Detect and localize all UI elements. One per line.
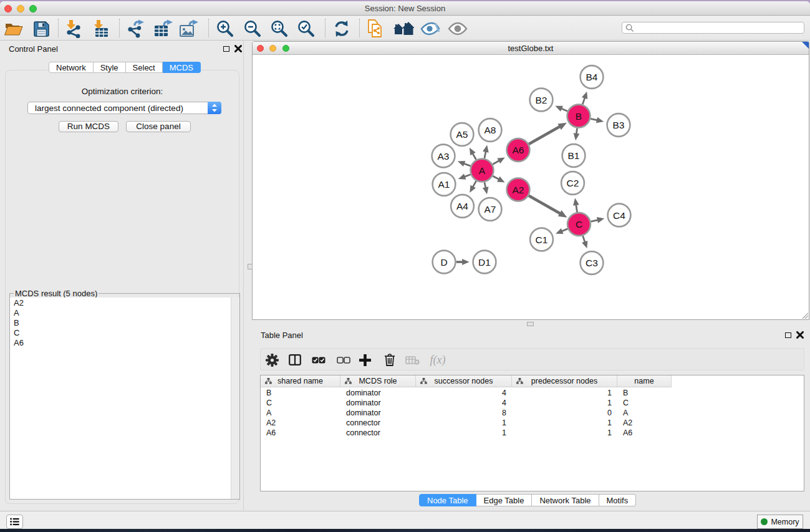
- cell-name[interactable]: C: [617, 398, 672, 408]
- column-header-name[interactable]: name: [617, 375, 672, 387]
- tab-node-table[interactable]: Node Table: [419, 494, 476, 506]
- tab-select[interactable]: Select: [126, 62, 163, 73]
- cell-MCDS-role[interactable]: connector: [340, 428, 416, 438]
- cell-MCDS-role[interactable]: dominator: [340, 388, 416, 398]
- horizontal-splitter-grip[interactable]: [527, 322, 534, 326]
- tab-motifs[interactable]: Motifs: [599, 494, 637, 506]
- close-panel-icon[interactable]: [234, 45, 242, 52]
- close-panel-button[interactable]: Close panel: [126, 121, 191, 132]
- save-session-button[interactable]: [29, 18, 53, 39]
- zoom-in-button[interactable]: [213, 18, 237, 39]
- delete-column-button[interactable]: [379, 351, 400, 369]
- cell-predecessor-nodes[interactable]: 1: [512, 428, 617, 438]
- edge-C-C3[interactable]: [583, 236, 586, 243]
- optimization-criterion-select[interactable]: largest connected component (directed): [27, 102, 221, 114]
- edge-A-A1[interactable]: [464, 175, 470, 177]
- edge-B-B4[interactable]: [582, 97, 585, 104]
- select-all-button[interactable]: [308, 351, 329, 369]
- zoom-fit-button[interactable]: [268, 18, 291, 39]
- export-table-button[interactable]: [152, 18, 176, 39]
- cell-name[interactable]: A6: [617, 428, 672, 438]
- memory-button[interactable]: Memory: [757, 515, 803, 529]
- hide-panel-button[interactable]: [418, 18, 442, 39]
- table-settings-button[interactable]: [261, 351, 282, 369]
- edge-C-C4[interactable]: [591, 220, 599, 222]
- close-table-panel-icon[interactable]: [796, 331, 804, 339]
- tab-edge-table[interactable]: Edge Table: [476, 494, 533, 506]
- import-network-button[interactable]: [62, 18, 85, 39]
- edge-A-A6[interactable]: [493, 160, 499, 164]
- cell-MCDS-role[interactable]: dominator: [340, 398, 416, 408]
- table-row-A2[interactable]: A2connector11A2: [261, 418, 804, 428]
- edge-A-A3[interactable]: [463, 163, 470, 166]
- cell-successor-nodes[interactable]: 1: [416, 428, 512, 438]
- column-header-MCDS-role[interactable]: MCDS role: [340, 375, 416, 387]
- table-row-B[interactable]: Bdominator41B: [261, 388, 804, 398]
- vertical-splitter-grip[interactable]: [248, 264, 253, 269]
- network-canvas[interactable]: B4B2BB3B1A5A8A6A3AA1A2A4A7C2C4CC1C3DD1: [253, 56, 809, 320]
- cell-MCDS-role[interactable]: connector: [340, 418, 416, 428]
- search-input[interactable]: [634, 23, 804, 32]
- mcds-result-item[interactable]: A6: [10, 338, 239, 348]
- tab-network[interactable]: Network: [49, 62, 94, 73]
- cell-successor-nodes[interactable]: 4: [416, 398, 512, 408]
- task-history-button[interactable]: [6, 515, 23, 529]
- duplicate-network-button[interactable]: [364, 18, 388, 39]
- table-split-view-button[interactable]: [284, 351, 306, 369]
- cell-successor-nodes[interactable]: 8: [416, 408, 512, 418]
- function-builder-button[interactable]: f(x): [425, 351, 450, 369]
- mcds-result-item[interactable]: C: [10, 328, 239, 338]
- mcds-result-item[interactable]: A: [10, 308, 239, 318]
- edge-B-B1[interactable]: [576, 128, 577, 134]
- mcds-result-item[interactable]: B: [10, 318, 239, 328]
- run-mcds-button[interactable]: Run MCDS: [59, 121, 118, 132]
- cell-predecessor-nodes[interactable]: 0: [512, 408, 617, 418]
- cell-shared-name[interactable]: A: [261, 408, 340, 418]
- refresh-layout-button[interactable]: [330, 18, 354, 39]
- edge-B-B2[interactable]: [561, 109, 567, 112]
- cell-name[interactable]: A: [617, 408, 672, 418]
- cell-predecessor-nodes[interactable]: 1: [512, 388, 617, 398]
- column-header-shared-name[interactable]: shared name: [261, 375, 340, 387]
- edge-A6-B[interactable]: [529, 127, 560, 144]
- window-resize-grip[interactable]: [801, 311, 808, 319]
- cell-successor-nodes[interactable]: 4: [416, 388, 512, 398]
- cell-shared-name[interactable]: C: [261, 398, 340, 408]
- float-panel-icon[interactable]: [223, 46, 229, 52]
- tab-mcds[interactable]: MCDS: [163, 62, 201, 73]
- result-scrollbar[interactable]: [231, 297, 239, 499]
- cell-predecessor-nodes[interactable]: 1: [512, 418, 617, 428]
- delete-table-button[interactable]: [402, 351, 423, 369]
- table-row-A6[interactable]: A6connector11A6: [261, 428, 804, 438]
- column-header-successor-nodes[interactable]: successor nodes: [416, 375, 512, 387]
- column-header-predecessor-nodes[interactable]: predecessor nodes: [512, 375, 617, 387]
- edge-A2-C[interactable]: [529, 196, 561, 214]
- cell-predecessor-nodes[interactable]: 1: [512, 398, 617, 408]
- mcds-result-item[interactable]: A2: [10, 298, 239, 308]
- show-panel-button[interactable]: [446, 18, 470, 39]
- home-button[interactable]: [392, 18, 415, 39]
- cell-shared-name[interactable]: B: [261, 388, 340, 398]
- edge-C-C1[interactable]: [561, 229, 567, 231]
- zoom-out-button[interactable]: [241, 18, 264, 39]
- edge-C-C2[interactable]: [576, 205, 577, 213]
- add-column-button[interactable]: [354, 351, 375, 369]
- tab-style[interactable]: Style: [94, 62, 126, 73]
- cell-shared-name[interactable]: A2: [261, 418, 340, 428]
- edge-A-A4[interactable]: [473, 181, 476, 187]
- export-image-button[interactable]: [178, 18, 201, 39]
- import-table-button[interactable]: [89, 18, 112, 39]
- edge-B-B3[interactable]: [591, 118, 597, 120]
- cell-successor-nodes[interactable]: 1: [416, 418, 512, 428]
- cell-shared-name[interactable]: A6: [261, 428, 340, 438]
- table-row-A[interactable]: Adominator80A: [261, 408, 804, 418]
- table-row-C[interactable]: Cdominator41C: [261, 398, 804, 408]
- cell-name[interactable]: A2: [617, 418, 672, 428]
- float-table-panel-icon[interactable]: [785, 332, 791, 338]
- edge-A-A8[interactable]: [485, 151, 486, 158]
- deselect-all-button[interactable]: [333, 351, 354, 369]
- tab-network-table[interactable]: Network Table: [532, 494, 599, 506]
- edge-A-A5[interactable]: [473, 153, 476, 160]
- cell-name[interactable]: B: [617, 388, 672, 398]
- edge-A-A2[interactable]: [493, 176, 499, 180]
